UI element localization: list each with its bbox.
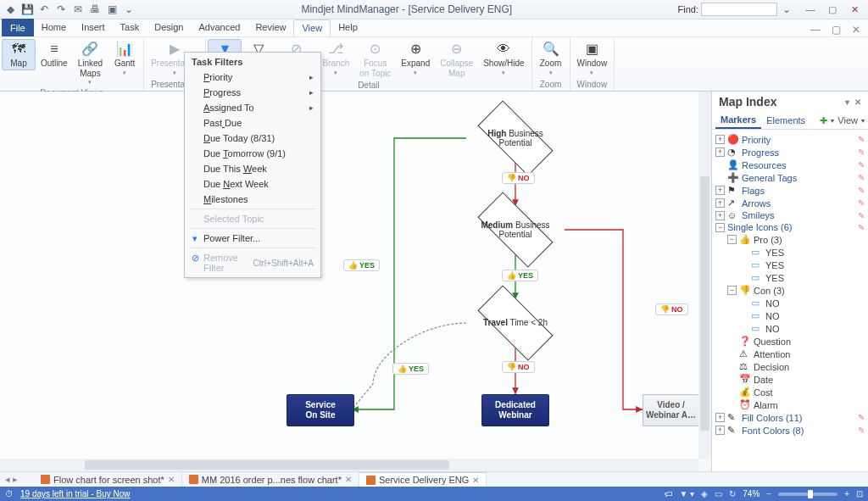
- mdi-minimize-icon[interactable]: —: [809, 23, 822, 36]
- ribbon-showhide-button[interactable]: 👁Show/Hide▾: [478, 39, 529, 78]
- ribbon-expand-button[interactable]: ⊕Expand▾: [396, 39, 435, 78]
- tree-item[interactable]: +☺Smileys✎: [714, 209, 866, 221]
- edit-marker-icon[interactable]: ✎: [858, 413, 865, 422]
- dropdown-item[interactable]: Due Tomorrow (9/1): [186, 146, 319, 161]
- status-select-icon[interactable]: ▭: [715, 489, 722, 498]
- zoom-in-icon[interactable]: +: [844, 489, 849, 498]
- edit-marker-icon[interactable]: ✎: [858, 173, 865, 182]
- ribbon-linked-maps-button[interactable]: 🔗Linked Maps▾: [73, 39, 108, 87]
- tree-item[interactable]: +◔Progress✎: [714, 146, 866, 159]
- tree-item[interactable]: ▭YES: [714, 246, 866, 259]
- dropdown-item[interactable]: Past Due: [186, 115, 319, 131]
- close-tab-icon[interactable]: ✕: [168, 475, 175, 484]
- tree-item[interactable]: 📅Date: [714, 373, 866, 386]
- ribbon-zoom-button[interactable]: 🔍Zoom▾: [534, 39, 568, 78]
- tree-item[interactable]: +🔴Priority✎: [714, 133, 866, 146]
- menu-tab-home[interactable]: Home: [34, 19, 74, 36]
- ribbon-window-button[interactable]: ▣Window▾: [572, 39, 613, 78]
- add-marker-icon[interactable]: ✚: [820, 115, 827, 126]
- menu-tab-help[interactable]: Help: [331, 19, 365, 36]
- document-tab[interactable]: Service Delivery ENG✕: [359, 472, 487, 487]
- tree-item[interactable]: ▭YES: [714, 259, 866, 271]
- status-refresh-icon[interactable]: ↻: [729, 489, 736, 498]
- mdi-restore-icon[interactable]: ▢: [829, 23, 843, 36]
- tree-toggle-icon[interactable]: +: [715, 426, 725, 435]
- app-logo-icon[interactable]: ◆: [3, 3, 17, 16]
- mdi-close-icon[interactable]: ✕: [849, 23, 863, 36]
- tree-toggle-icon[interactable]: −: [727, 235, 737, 244]
- tab-scroll-left-icon[interactable]: ◂: [5, 474, 10, 485]
- edit-marker-icon[interactable]: ✎: [858, 211, 865, 220]
- ribbon-map-button[interactable]: 🗺Map: [2, 39, 36, 70]
- panel-tab-elements[interactable]: Elements: [761, 113, 810, 128]
- dropdown-item[interactable]: Priority: [186, 70, 319, 85]
- document-tab[interactable]: Flow chart for screen shot*✕: [34, 472, 182, 487]
- find-input[interactable]: [701, 3, 777, 16]
- panel-view-button[interactable]: View: [837, 115, 858, 125]
- terminal-onsite[interactable]: Service On Site: [287, 394, 354, 426]
- dropdown-item[interactable]: Due This Week: [186, 161, 319, 176]
- panel-close-icon[interactable]: ✕: [854, 97, 861, 107]
- menu-tab-advanced[interactable]: Advanced: [191, 19, 248, 36]
- tree-item[interactable]: ▭YES: [714, 271, 866, 284]
- decision-travel[interactable]: Travel Time < 2h: [465, 298, 566, 348]
- zoom-fit-icon[interactable]: ⊡: [856, 489, 863, 498]
- ribbon-gantt-button[interactable]: 📊Gantt▾: [108, 39, 142, 78]
- menu-tab-view[interactable]: View: [293, 19, 331, 36]
- decision-medium[interactable]: Medium BusinessPotential: [465, 204, 566, 255]
- tree-item[interactable]: ➕General Tags✎: [714, 171, 866, 184]
- tab-scroll-right-icon[interactable]: ▸: [13, 474, 18, 485]
- close-tab-icon[interactable]: ✕: [472, 476, 479, 485]
- tree-toggle-icon[interactable]: +: [715, 135, 725, 144]
- vertical-scrollbar[interactable]: [698, 92, 711, 459]
- dropdown-item[interactable]: Assigned To: [186, 100, 319, 115]
- decision-high[interactable]: High BusinessPotential: [465, 113, 566, 164]
- tree-item[interactable]: ⚖Decision: [714, 360, 866, 373]
- document-tab[interactable]: MM 2016 order p...nes flow chart*✕: [182, 472, 359, 487]
- ribbon-outline-button[interactable]: ≡Outline: [36, 39, 73, 70]
- dropdown-item[interactable]: Progress: [186, 85, 319, 100]
- tree-item[interactable]: ⚠Attention: [714, 348, 866, 360]
- tree-toggle-icon[interactable]: −: [727, 286, 737, 295]
- tree-toggle-icon[interactable]: +: [715, 198, 725, 208]
- menu-tab-design[interactable]: Design: [147, 19, 191, 36]
- file-tab[interactable]: File: [2, 19, 34, 36]
- tree-item[interactable]: ❓Question: [714, 335, 866, 348]
- dropdown-item[interactable]: Milestones: [186, 192, 319, 207]
- tree-item[interactable]: −👍Pro (3): [714, 233, 866, 246]
- tree-item[interactable]: 💰Cost: [714, 386, 866, 398]
- find-dropdown-icon[interactable]: ⌄: [780, 3, 793, 16]
- tree-toggle-icon[interactable]: +: [715, 148, 725, 157]
- tree-toggle-icon[interactable]: +: [715, 413, 725, 422]
- zoom-slider[interactable]: [778, 493, 837, 496]
- tree-item[interactable]: ▭NO: [714, 297, 866, 309]
- horizontal-scrollbar[interactable]: [0, 459, 698, 471]
- status-tag-icon[interactable]: 🏷: [665, 489, 673, 498]
- customize-qat-icon[interactable]: ⌄: [122, 3, 136, 16]
- zoom-out-icon[interactable]: −: [766, 489, 771, 498]
- minimize-button[interactable]: —: [800, 3, 821, 17]
- terminal-video[interactable]: Video / Webinar A…: [643, 394, 698, 426]
- edit-marker-icon[interactable]: ✎: [858, 148, 865, 157]
- undo-icon[interactable]: ↶: [37, 3, 51, 16]
- dropdown-item[interactable]: Due Today (8/31): [186, 131, 319, 146]
- tree-item[interactable]: −Single Icons (6)✎: [714, 221, 866, 233]
- close-tab-icon[interactable]: ✕: [345, 475, 352, 484]
- status-fit-icon[interactable]: ◈: [701, 489, 708, 498]
- print-icon[interactable]: 🖶: [88, 3, 102, 16]
- edit-marker-icon[interactable]: ✎: [858, 135, 865, 144]
- tree-item[interactable]: ▭NO: [714, 322, 866, 335]
- map-canvas[interactable]: High BusinessPotential 👎NO 👍YES Medium B…: [0, 92, 698, 459]
- tree-item[interactable]: −👎Con (3): [714, 284, 866, 297]
- tree-item[interactable]: +✎Fill Colors (11)✎: [714, 411, 866, 424]
- menu-tab-insert[interactable]: Insert: [74, 19, 113, 36]
- tree-item[interactable]: +⚑Flags✎: [714, 184, 866, 197]
- edit-marker-icon[interactable]: ✎: [858, 426, 865, 435]
- tree-toggle-icon[interactable]: −: [715, 223, 725, 232]
- status-filter-icon[interactable]: ▼ ▾: [680, 489, 695, 498]
- trial-link[interactable]: 19 days left in trial - Buy Now: [20, 489, 131, 498]
- terminal-webinar[interactable]: Dedicated Webinar: [481, 394, 549, 426]
- panel-dropdown-icon[interactable]: ▾: [845, 97, 849, 107]
- screenshot-icon[interactable]: ▣: [105, 3, 119, 16]
- tree-item[interactable]: 👤Resources✎: [714, 159, 866, 171]
